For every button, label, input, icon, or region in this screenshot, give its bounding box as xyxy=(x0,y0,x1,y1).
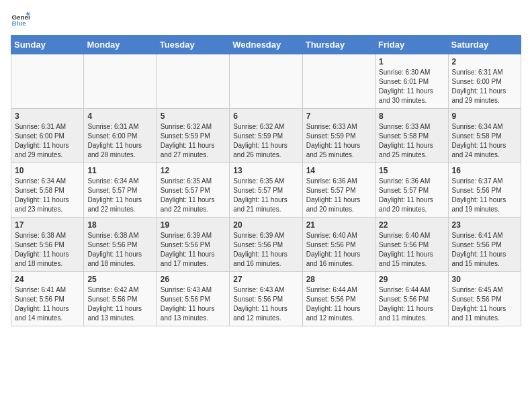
calendar-cell: 1Sunrise: 6:30 AM Sunset: 6:01 PM Daylig… xyxy=(375,54,448,109)
day-info: Sunrise: 6:34 AM Sunset: 5:57 PM Dayligh… xyxy=(87,177,152,214)
calendar-cell: 30Sunrise: 6:45 AM Sunset: 5:56 PM Dayli… xyxy=(448,272,521,326)
calendar-cell: 11Sunrise: 6:34 AM Sunset: 5:57 PM Dayli… xyxy=(84,163,157,218)
calendar-cell: 23Sunrise: 6:41 AM Sunset: 5:56 PM Dayli… xyxy=(448,218,521,272)
calendar-cell: 9Sunrise: 6:34 AM Sunset: 5:58 PM Daylig… xyxy=(448,109,521,163)
calendar-cell: 25Sunrise: 6:42 AM Sunset: 5:56 PM Dayli… xyxy=(84,272,157,326)
day-info: Sunrise: 6:30 AM Sunset: 6:01 PM Dayligh… xyxy=(379,68,444,105)
calendar-cell xyxy=(84,54,157,109)
calendar-cell: 8Sunrise: 6:33 AM Sunset: 5:58 PM Daylig… xyxy=(375,109,448,163)
day-info: Sunrise: 6:37 AM Sunset: 5:56 PM Dayligh… xyxy=(452,177,517,214)
day-number: 22 xyxy=(379,220,444,230)
calendar-week-row: 10Sunrise: 6:34 AM Sunset: 5:58 PM Dayli… xyxy=(11,163,521,218)
calendar-cell: 10Sunrise: 6:34 AM Sunset: 5:58 PM Dayli… xyxy=(11,163,84,218)
day-number: 16 xyxy=(452,166,517,175)
calendar-cell: 24Sunrise: 6:41 AM Sunset: 5:56 PM Dayli… xyxy=(11,272,84,326)
calendar-cell: 18Sunrise: 6:38 AM Sunset: 5:56 PM Dayli… xyxy=(84,218,157,272)
day-number: 7 xyxy=(306,111,371,121)
day-number: 25 xyxy=(87,275,152,284)
header: General Blue xyxy=(11,11,521,30)
day-info: Sunrise: 6:32 AM Sunset: 5:59 PM Dayligh… xyxy=(161,122,226,160)
day-info: Sunrise: 6:40 AM Sunset: 5:56 PM Dayligh… xyxy=(379,231,444,269)
calendar-cell: 3Sunrise: 6:31 AM Sunset: 6:00 PM Daylig… xyxy=(11,109,84,163)
weekday-header-cell: Sunday xyxy=(11,36,84,54)
calendar-cell: 6Sunrise: 6:32 AM Sunset: 5:59 PM Daylig… xyxy=(230,109,302,163)
day-info: Sunrise: 6:43 AM Sunset: 5:56 PM Dayligh… xyxy=(161,285,226,323)
calendar-cell: 22Sunrise: 6:40 AM Sunset: 5:56 PM Dayli… xyxy=(375,218,448,272)
day-number: 4 xyxy=(87,111,152,121)
calendar-cell: 12Sunrise: 6:35 AM Sunset: 5:57 PM Dayli… xyxy=(157,163,229,218)
day-number: 14 xyxy=(306,166,371,175)
calendar-cell: 16Sunrise: 6:37 AM Sunset: 5:56 PM Dayli… xyxy=(448,163,521,218)
calendar-week-row: 3Sunrise: 6:31 AM Sunset: 6:00 PM Daylig… xyxy=(11,109,521,163)
day-info: Sunrise: 6:33 AM Sunset: 5:58 PM Dayligh… xyxy=(379,122,444,160)
day-number: 3 xyxy=(15,111,80,121)
day-number: 19 xyxy=(161,220,226,230)
calendar-cell: 7Sunrise: 6:33 AM Sunset: 5:59 PM Daylig… xyxy=(302,109,375,163)
day-info: Sunrise: 6:31 AM Sunset: 6:00 PM Dayligh… xyxy=(87,122,152,160)
day-number: 20 xyxy=(233,220,298,230)
day-info: Sunrise: 6:34 AM Sunset: 5:58 PM Dayligh… xyxy=(15,177,80,214)
day-info: Sunrise: 6:39 AM Sunset: 5:56 PM Dayligh… xyxy=(233,231,298,269)
day-info: Sunrise: 6:42 AM Sunset: 5:56 PM Dayligh… xyxy=(87,285,152,323)
day-number: 18 xyxy=(87,220,152,230)
day-number: 28 xyxy=(306,275,371,284)
day-info: Sunrise: 6:41 AM Sunset: 5:56 PM Dayligh… xyxy=(452,231,517,269)
weekday-header-row: SundayMondayTuesdayWednesdayThursdayFrid… xyxy=(11,36,521,54)
calendar-cell: 27Sunrise: 6:43 AM Sunset: 5:56 PM Dayli… xyxy=(230,272,302,326)
weekday-header-cell: Wednesday xyxy=(230,36,302,54)
calendar-cell: 20Sunrise: 6:39 AM Sunset: 5:56 PM Dayli… xyxy=(230,218,302,272)
day-number: 1 xyxy=(379,57,444,66)
day-number: 27 xyxy=(233,275,298,284)
calendar-cell: 14Sunrise: 6:36 AM Sunset: 5:57 PM Dayli… xyxy=(302,163,375,218)
day-info: Sunrise: 6:33 AM Sunset: 5:59 PM Dayligh… xyxy=(306,122,371,160)
weekday-header-cell: Monday xyxy=(84,36,157,54)
calendar-cell: 17Sunrise: 6:38 AM Sunset: 5:56 PM Dayli… xyxy=(11,218,84,272)
day-info: Sunrise: 6:41 AM Sunset: 5:56 PM Dayligh… xyxy=(15,285,80,323)
day-info: Sunrise: 6:35 AM Sunset: 5:57 PM Dayligh… xyxy=(233,177,298,214)
calendar-cell: 13Sunrise: 6:35 AM Sunset: 5:57 PM Dayli… xyxy=(230,163,302,218)
day-number: 23 xyxy=(452,220,517,230)
day-info: Sunrise: 6:35 AM Sunset: 5:57 PM Dayligh… xyxy=(161,177,226,214)
day-info: Sunrise: 6:38 AM Sunset: 5:56 PM Dayligh… xyxy=(15,231,80,269)
svg-text:Blue: Blue xyxy=(11,19,26,27)
calendar-cell xyxy=(11,54,84,109)
calendar-cell: 15Sunrise: 6:36 AM Sunset: 5:57 PM Dayli… xyxy=(375,163,448,218)
logo-icon: General Blue xyxy=(11,11,30,30)
weekday-header-cell: Saturday xyxy=(448,36,521,54)
weekday-header-cell: Friday xyxy=(375,36,448,54)
day-info: Sunrise: 6:44 AM Sunset: 5:56 PM Dayligh… xyxy=(379,285,444,323)
day-info: Sunrise: 6:34 AM Sunset: 5:58 PM Dayligh… xyxy=(452,122,517,160)
day-number: 12 xyxy=(161,166,226,175)
day-number: 11 xyxy=(87,166,152,175)
calendar-week-row: 24Sunrise: 6:41 AM Sunset: 5:56 PM Dayli… xyxy=(11,272,521,326)
day-number: 6 xyxy=(233,111,298,121)
calendar-cell: 19Sunrise: 6:39 AM Sunset: 5:56 PM Dayli… xyxy=(157,218,229,272)
calendar-cell xyxy=(157,54,229,109)
day-number: 29 xyxy=(379,275,444,284)
calendar-cell: 4Sunrise: 6:31 AM Sunset: 6:00 PM Daylig… xyxy=(84,109,157,163)
calendar-cell: 28Sunrise: 6:44 AM Sunset: 5:56 PM Dayli… xyxy=(302,272,375,326)
day-info: Sunrise: 6:32 AM Sunset: 5:59 PM Dayligh… xyxy=(233,122,298,160)
day-info: Sunrise: 6:44 AM Sunset: 5:56 PM Dayligh… xyxy=(306,285,371,323)
day-info: Sunrise: 6:40 AM Sunset: 5:56 PM Dayligh… xyxy=(306,231,371,269)
calendar-cell xyxy=(302,54,375,109)
day-number: 13 xyxy=(233,166,298,175)
day-number: 24 xyxy=(15,275,80,284)
day-number: 17 xyxy=(15,220,80,230)
day-info: Sunrise: 6:43 AM Sunset: 5:56 PM Dayligh… xyxy=(233,285,298,323)
day-info: Sunrise: 6:39 AM Sunset: 5:56 PM Dayligh… xyxy=(161,231,226,269)
day-number: 8 xyxy=(379,111,444,121)
calendar-week-row: 17Sunrise: 6:38 AM Sunset: 5:56 PM Dayli… xyxy=(11,218,521,272)
calendar-week-row: 1Sunrise: 6:30 AM Sunset: 6:01 PM Daylig… xyxy=(11,54,521,109)
calendar-body: 1Sunrise: 6:30 AM Sunset: 6:01 PM Daylig… xyxy=(11,54,521,326)
day-info: Sunrise: 6:31 AM Sunset: 6:00 PM Dayligh… xyxy=(15,122,80,160)
calendar-cell: 26Sunrise: 6:43 AM Sunset: 5:56 PM Dayli… xyxy=(157,272,229,326)
day-info: Sunrise: 6:36 AM Sunset: 5:57 PM Dayligh… xyxy=(379,177,444,214)
day-info: Sunrise: 6:45 AM Sunset: 5:56 PM Dayligh… xyxy=(452,285,517,323)
day-number: 30 xyxy=(452,275,517,284)
weekday-header-cell: Thursday xyxy=(302,36,375,54)
day-number: 9 xyxy=(452,111,517,121)
day-number: 5 xyxy=(161,111,226,121)
weekday-header-cell: Tuesday xyxy=(157,36,229,54)
day-number: 26 xyxy=(161,275,226,284)
